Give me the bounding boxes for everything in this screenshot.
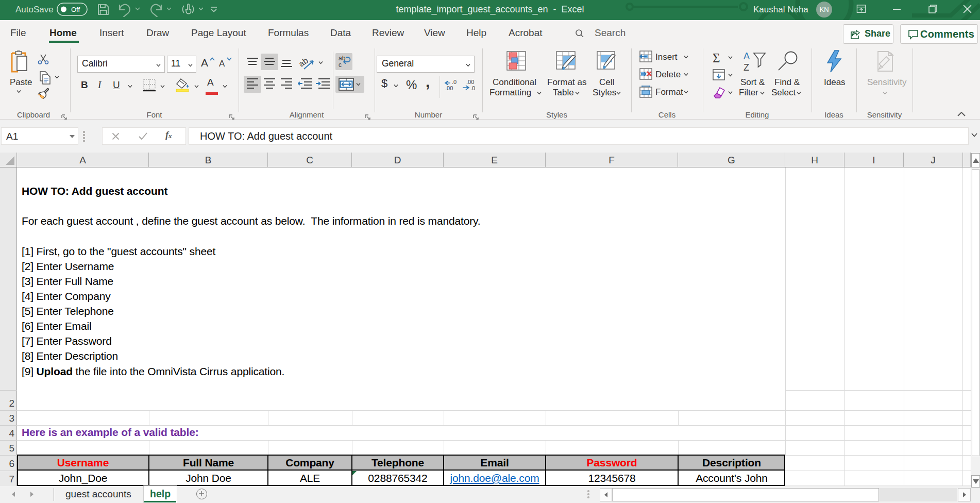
- svg-text:.0: .0: [452, 79, 457, 85]
- svg-text:.00: .00: [466, 79, 474, 85]
- svg-text:.00: .00: [445, 85, 453, 91]
- svg-text:ab: ab: [299, 56, 310, 68]
- svg-text:Z: Z: [744, 62, 749, 72]
- svg-text:c: c: [339, 61, 342, 68]
- svg-text:.0: .0: [470, 85, 475, 91]
- svg-text:A: A: [744, 52, 750, 61]
